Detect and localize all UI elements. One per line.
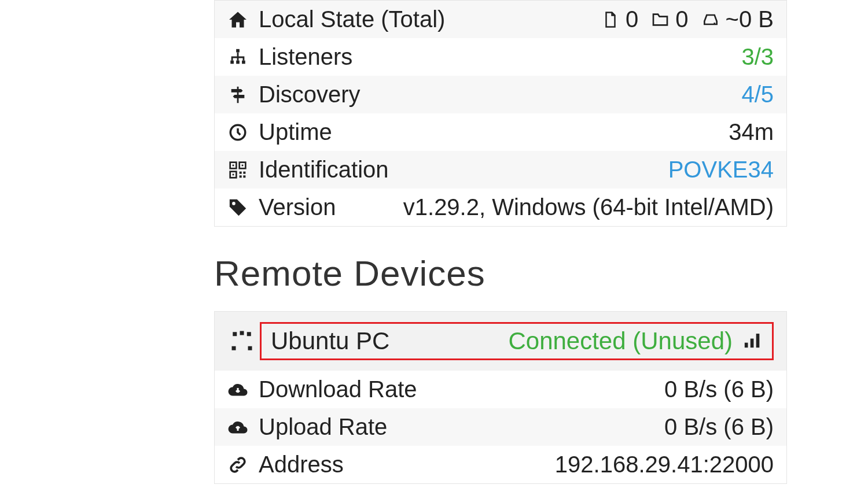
- svg-rect-8: [242, 164, 244, 166]
- label-address: Address: [259, 452, 344, 478]
- svg-rect-22: [751, 339, 754, 348]
- row-uptime: Uptime 34m: [215, 113, 786, 151]
- svg-rect-11: [240, 171, 242, 173]
- svg-point-15: [232, 202, 236, 205]
- value-discovery[interactable]: 4/5: [741, 82, 774, 108]
- svg-rect-19: [232, 346, 236, 350]
- label-discovery: Discovery: [259, 82, 361, 108]
- row-discovery[interactable]: Discovery 4/5: [215, 76, 786, 113]
- label-identification: Identification: [259, 157, 389, 183]
- svg-rect-18: [247, 332, 251, 336]
- svg-rect-13: [240, 175, 242, 178]
- device-syncthing-icon: [227, 329, 256, 353]
- qrcode-icon: [227, 160, 248, 180]
- svg-rect-6: [233, 164, 234, 166]
- row-download-rate: Download Rate 0 B/s (6 B): [215, 371, 786, 408]
- label-listeners: Listeners: [259, 44, 352, 70]
- cloud-upload-icon: [227, 417, 248, 438]
- value-upload-rate: 0 B/s (6 B): [664, 414, 774, 440]
- value-download-rate: 0 B/s (6 B): [664, 376, 774, 402]
- tag-icon: [227, 197, 248, 218]
- label-download-rate: Download Rate: [259, 376, 417, 402]
- svg-rect-14: [243, 175, 245, 178]
- svg-rect-10: [233, 173, 234, 175]
- disk-icon: [701, 10, 720, 29]
- value-version: v1.29.2, Windows (64-bit Intel/AMD): [403, 194, 774, 220]
- svg-rect-20: [248, 346, 252, 350]
- row-version: Version v1.29.2, Windows (64-bit Intel/A…: [215, 188, 786, 226]
- value-uptime: 34m: [729, 119, 774, 145]
- signal-icon: [743, 327, 763, 355]
- folder-icon: [651, 10, 670, 29]
- network-icon: [227, 47, 248, 68]
- svg-rect-12: [243, 171, 245, 173]
- value-folders: 0: [675, 6, 688, 32]
- signpost-icon: [227, 84, 248, 105]
- value-listeners[interactable]: 3/3: [741, 44, 774, 70]
- clock-icon: [227, 122, 248, 143]
- file-icon: [601, 10, 620, 29]
- svg-rect-16: [233, 332, 237, 336]
- row-local-state: Local State (Total) 0 0: [215, 1, 786, 38]
- home-icon: [227, 9, 248, 30]
- label-upload-rate: Upload Rate: [259, 414, 387, 440]
- label-uptime: Uptime: [259, 119, 332, 145]
- device-name: Ubuntu PC: [271, 327, 389, 355]
- svg-rect-17: [240, 331, 244, 335]
- svg-rect-2: [236, 60, 240, 64]
- status-panel: Local State (Total) 0 0: [214, 0, 787, 227]
- row-upload-rate: Upload Rate 0 B/s (6 B): [215, 408, 786, 446]
- value-identification[interactable]: POVKE34: [668, 157, 774, 183]
- value-files: 0: [626, 6, 638, 32]
- value-address: 192.168.29.41:22000: [555, 452, 774, 478]
- value-size: ~0 B: [726, 6, 774, 32]
- svg-rect-23: [756, 334, 760, 347]
- remote-device-panel: Ubuntu PC Connected (Unused) Download Ra…: [214, 311, 787, 484]
- label-local-state: Local State (Total): [259, 6, 445, 32]
- svg-rect-0: [236, 49, 240, 52]
- svg-rect-21: [745, 343, 748, 348]
- svg-rect-1: [230, 60, 234, 64]
- device-status-text: Connected (Unused): [508, 327, 733, 355]
- svg-rect-3: [242, 60, 245, 64]
- row-listeners[interactable]: Listeners 3/3: [215, 38, 786, 76]
- label-version: Version: [259, 194, 336, 220]
- heading-remote-devices: Remote Devices: [214, 253, 787, 294]
- device-header[interactable]: Ubuntu PC Connected (Unused): [215, 312, 786, 371]
- row-address: Address 192.168.29.41:22000: [215, 446, 786, 483]
- link-icon: [227, 454, 248, 475]
- cloud-download-icon: [227, 379, 248, 400]
- row-identification[interactable]: Identification POVKE34: [215, 151, 786, 188]
